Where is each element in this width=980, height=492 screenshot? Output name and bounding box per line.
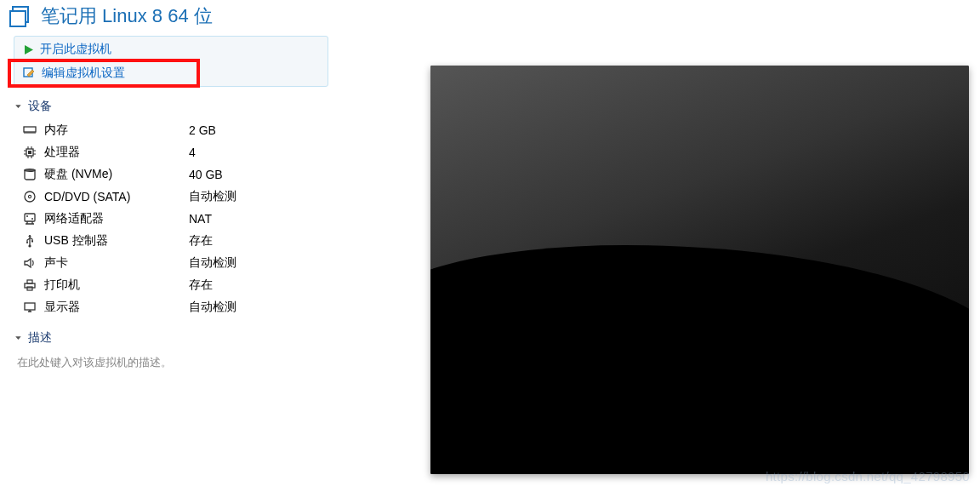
description-input[interactable]: 在此处键入对该虚拟机的描述。 xyxy=(14,351,328,375)
device-row-sound[interactable]: 声卡自动检测 xyxy=(14,252,328,274)
description-section-header[interactable]: ▼ 描述 xyxy=(14,330,328,346)
device-label: 声卡 xyxy=(44,255,189,271)
disk-icon xyxy=(20,168,39,181)
svg-point-10 xyxy=(26,215,28,217)
device-row-display[interactable]: 显示器自动检测 xyxy=(14,296,328,318)
actions-panel: 开启此虚拟机 编辑虚拟机设置 xyxy=(14,36,328,87)
device-value: 自动检测 xyxy=(189,189,236,204)
device-label: CD/DVD (SATA) xyxy=(44,190,189,203)
device-row-network[interactable]: 网络适配器NAT xyxy=(14,208,328,230)
device-row-disk[interactable]: 硬盘 (NVMe)40 GB xyxy=(14,163,328,186)
svg-rect-18 xyxy=(25,303,35,310)
device-label: 打印机 xyxy=(44,277,189,293)
device-value: 4 xyxy=(189,146,196,159)
device-label: USB 控制器 xyxy=(44,233,189,249)
device-label: 内存 xyxy=(44,123,189,138)
device-label: 硬盘 (NVMe) xyxy=(44,167,189,182)
svg-rect-5 xyxy=(28,151,31,154)
svg-point-11 xyxy=(31,218,33,220)
vm-tab-icon xyxy=(9,4,32,28)
device-row-memory[interactable]: 内存2 GB xyxy=(14,119,328,141)
memory-icon xyxy=(20,123,39,137)
device-value: 存在 xyxy=(189,233,213,249)
edit-icon xyxy=(23,67,36,80)
devices-section-header[interactable]: ▼ 设备 xyxy=(14,99,328,114)
svg-point-12 xyxy=(28,244,31,247)
edit-vm-settings-button[interactable]: 编辑虚拟机设置 xyxy=(14,61,197,85)
device-value: 自动检测 xyxy=(189,255,236,271)
device-row-cd[interactable]: CD/DVD (SATA)自动检测 xyxy=(14,186,328,208)
device-row-cpu[interactable]: 处理器4 xyxy=(14,141,328,163)
edit-settings-highlight: 编辑虚拟机设置 xyxy=(10,61,197,85)
svg-point-8 xyxy=(28,195,31,197)
printer-icon xyxy=(20,278,39,292)
svg-rect-14 xyxy=(31,241,33,243)
description-section-title: 描述 xyxy=(28,330,52,346)
power-on-label: 开启此虚拟机 xyxy=(40,42,111,57)
chevron-down-icon: ▼ xyxy=(14,103,23,109)
preview-wave xyxy=(430,245,969,474)
device-label: 显示器 xyxy=(44,300,189,315)
device-row-printer[interactable]: 打印机存在 xyxy=(14,274,328,296)
power-on-vm-button[interactable]: 开启此虚拟机 xyxy=(14,37,328,61)
device-value: NAT xyxy=(189,212,212,226)
device-value: 存在 xyxy=(189,277,213,293)
play-icon xyxy=(23,44,34,55)
device-value: 自动检测 xyxy=(189,300,236,315)
sound-icon xyxy=(20,256,39,270)
usb-icon xyxy=(20,234,39,248)
svg-rect-9 xyxy=(25,214,35,221)
device-value: 2 GB xyxy=(189,123,216,137)
cd-icon xyxy=(20,190,39,203)
svg-point-13 xyxy=(26,242,28,243)
display-icon xyxy=(20,300,39,314)
device-label: 网络适配器 xyxy=(44,211,189,226)
devices-list: 内存2 GB处理器4硬盘 (NVMe)40 GBCD/DVD (SATA)自动检… xyxy=(14,119,328,318)
svg-point-7 xyxy=(25,192,35,202)
edit-settings-label: 编辑虚拟机设置 xyxy=(42,66,125,81)
svg-rect-3 xyxy=(24,127,36,132)
vm-preview xyxy=(430,66,969,474)
device-row-usb[interactable]: USB 控制器存在 xyxy=(14,230,328,252)
devices-section-title: 设备 xyxy=(28,99,52,114)
vm-title: 笔记用 Linux 8 64 位 xyxy=(41,3,213,29)
chevron-down-icon: ▼ xyxy=(14,335,23,340)
network-icon xyxy=(20,212,39,226)
cpu-icon xyxy=(20,146,39,159)
device-label: 处理器 xyxy=(44,145,189,160)
device-value: 40 GB xyxy=(189,168,223,181)
svg-rect-1 xyxy=(10,11,26,26)
